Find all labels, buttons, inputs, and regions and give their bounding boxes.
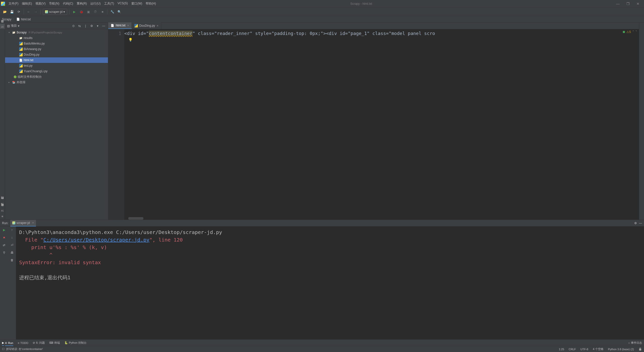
menu-view[interactable]: 视图(V) bbox=[34, 1, 47, 7]
code-content[interactable]: <div id="contentcontainer" class="reader… bbox=[124, 29, 639, 220]
hide-icon[interactable]: — bbox=[639, 221, 642, 225]
run-config-label: scraper-jd bbox=[49, 10, 62, 14]
show-tool-windows-icon[interactable]: ☐ bbox=[2, 347, 5, 351]
console-line: print u'%s : %s' % (k, v) bbox=[19, 244, 107, 250]
event-log[interactable]: ○ 事件日志 bbox=[628, 341, 642, 345]
encoding[interactable]: UTF-8 bbox=[580, 348, 588, 351]
tree-scratch[interactable]: 临时文件和控制台 bbox=[5, 74, 108, 80]
tree-folder-results[interactable]: results bbox=[5, 35, 108, 41]
tool-tab-todo[interactable]: ≡ TODO bbox=[18, 341, 28, 344]
debug-button[interactable]: 🐞 bbox=[78, 9, 84, 15]
chevron-down-icon[interactable]: ▾ bbox=[18, 24, 19, 28]
pycharm-icon bbox=[1, 2, 5, 6]
line-separator[interactable]: CRLF bbox=[569, 348, 576, 351]
window-title: Scrapy - html.txt bbox=[107, 2, 615, 6]
settings-icon[interactable]: 🔧 bbox=[109, 9, 115, 15]
inspection-indicators[interactable]: ⚠5 ˄ ˅ bbox=[623, 30, 637, 34]
menu-run[interactable]: 运行(U) bbox=[89, 1, 102, 7]
tree-file-baidu[interactable]: BaiduWenku.py bbox=[5, 41, 108, 46]
tool-tab-project[interactable]: 1: 项目 bbox=[0, 24, 5, 29]
minimize-button[interactable]: — bbox=[615, 2, 620, 6]
tool-tab-run[interactable]: ▶ 4: Run bbox=[2, 341, 13, 344]
expand-icon[interactable]: ▸ bbox=[9, 81, 11, 84]
open-icon[interactable]: 📂 bbox=[2, 9, 8, 15]
layout-button[interactable]: ⇄ bbox=[2, 243, 7, 248]
close-icon[interactable]: ✕ bbox=[32, 221, 34, 224]
coverage-button[interactable]: ▣ bbox=[86, 9, 91, 15]
collapse-icon[interactable]: ▾ bbox=[9, 31, 11, 34]
close-icon[interactable]: ✕ bbox=[127, 24, 129, 27]
close-button[interactable]: ✕ bbox=[635, 2, 640, 6]
save-icon[interactable]: 💾 bbox=[9, 9, 15, 15]
menu-edit[interactable]: 编辑(E) bbox=[20, 1, 33, 7]
gear-icon[interactable]: ⚙ bbox=[634, 221, 637, 225]
interpreter[interactable]: Python 3.8 (base) (2) bbox=[608, 348, 634, 351]
forward-icon[interactable]: → bbox=[33, 9, 38, 15]
cursor-position[interactable]: 1:25 bbox=[559, 348, 564, 351]
pin-button[interactable]: ⚲ bbox=[2, 250, 7, 255]
menu-code[interactable]: 代码(C) bbox=[61, 1, 75, 7]
select-opened-icon[interactable]: ⊙ bbox=[71, 24, 76, 28]
tab-douding[interactable]: DouDing.py ✕ bbox=[132, 22, 162, 29]
tool-tab-favorites[interactable]: 2: 收藏 bbox=[0, 208, 5, 213]
tree-file-htmltxt[interactable]: html.txt bbox=[5, 57, 108, 63]
chevron-down-icon[interactable]: ˅ bbox=[635, 30, 637, 34]
tree-root[interactable]: ▾ Scrapy F:\PycharmProjects\Scrapy bbox=[5, 30, 108, 35]
tool-tab-terminal[interactable]: ⌨ 终端 bbox=[49, 341, 60, 345]
console-output[interactable]: D:\Pyhton3\anaconda3\python.exe C:/Users… bbox=[16, 226, 644, 339]
indent[interactable]: 4 个空格 bbox=[593, 347, 603, 351]
stop-button[interactable]: ■ bbox=[100, 9, 105, 15]
breadcrumb-root[interactable]: Scrapy bbox=[2, 18, 11, 21]
run-config-selector[interactable]: scraper-jd ▾ bbox=[43, 9, 67, 15]
python-file-icon bbox=[19, 42, 23, 45]
tree-file-bianwang[interactable]: BiAnwang.py bbox=[5, 46, 108, 52]
menu-file[interactable]: 文件(F) bbox=[7, 1, 20, 7]
chevron-up-icon[interactable]: ˄ bbox=[632, 30, 634, 34]
maximize-button[interactable]: ❐ bbox=[625, 2, 630, 6]
horizontal-scrollbar[interactable] bbox=[128, 217, 143, 220]
tab-htmltxt[interactable]: html.txt ✕ bbox=[108, 22, 132, 29]
intention-bulb-icon[interactable]: 💡 bbox=[128, 38, 133, 42]
stop-button[interactable]: ■ bbox=[2, 235, 7, 240]
tree-file-douding[interactable]: DouDing.py bbox=[5, 52, 108, 57]
error-file-link[interactable]: C:/Users/user/Desktop/scraper-jd.py bbox=[43, 237, 149, 243]
gear-icon[interactable]: ⚙ bbox=[89, 24, 94, 28]
wrap-icon[interactable]: ⏎ bbox=[10, 243, 15, 248]
down-icon[interactable]: ↓ bbox=[10, 235, 15, 240]
tree-file-yuanchuang[interactable]: YuanChuangLi.py bbox=[5, 68, 108, 74]
editor-tabs: html.txt ✕ DouDing.py ✕ bbox=[108, 23, 639, 29]
tool-tab-problems[interactable]: ⊘ 6: 问题 bbox=[33, 341, 45, 345]
tool-tab-structure[interactable]: 7: 结构 bbox=[0, 201, 5, 206]
star-icon: ★ bbox=[1, 215, 4, 218]
lock-icon[interactable] bbox=[638, 347, 642, 351]
python-file-icon bbox=[19, 64, 23, 67]
project-panel-header: ▤ 项目 ▾ ⊙ ⇆ | ⚙ ▾ — bbox=[5, 23, 108, 29]
run-button[interactable]: ▶ bbox=[71, 9, 77, 15]
run-tab-scraperjd[interactable]: scraper-jd ✕ bbox=[10, 220, 36, 226]
console-line: 进程已结束,退出代码1 bbox=[19, 275, 70, 281]
trash-icon[interactable]: 🗑 bbox=[10, 258, 15, 263]
tool-tab-pyconsole[interactable]: 🐍 Python 控制台 bbox=[64, 341, 87, 345]
expand-all-icon[interactable]: ⇆ bbox=[77, 24, 82, 28]
run-label: Run: bbox=[2, 221, 8, 225]
print-icon[interactable]: 🖶 bbox=[10, 250, 15, 255]
project-tree[interactable]: ▾ Scrapy F:\PycharmProjects\Scrapy resul… bbox=[5, 29, 108, 220]
hide-icon[interactable]: — bbox=[101, 24, 106, 28]
run-tool-window: Run: scraper-jd ✕ ⚙ — ▶ ■ ⇄ ⚲ ↑ ↓ ⏎ 🖶 🗑 … bbox=[0, 220, 644, 339]
titlebar: 文件(F) 编辑(E) 视图(V) 导航(N) 代码(C) 重构(R) 运行(U… bbox=[0, 0, 644, 8]
tree-file-test[interactable]: test.py bbox=[5, 63, 108, 68]
chevron-down-icon[interactable]: ▾ bbox=[95, 24, 100, 28]
up-icon[interactable]: ↑ bbox=[10, 227, 15, 232]
code-editor[interactable]: 1 <div id="contentcontainer" class="read… bbox=[108, 29, 639, 220]
tree-external[interactable]: ▸ 外部库 bbox=[5, 80, 108, 85]
rerun-button[interactable]: ▶ bbox=[2, 227, 7, 232]
profile-button[interactable]: ⏱ bbox=[93, 9, 98, 15]
menu-refactor[interactable]: 重构(R) bbox=[75, 1, 89, 7]
reload-icon[interactable]: ⟳ bbox=[16, 9, 22, 15]
back-icon[interactable]: ← bbox=[26, 9, 31, 15]
search-icon[interactable]: 🔍 bbox=[116, 9, 122, 15]
breadcrumb-file[interactable]: html.txt bbox=[21, 18, 31, 21]
menu-navigate[interactable]: 导航(N) bbox=[48, 1, 61, 7]
breadcrumb: Scrapy 〉 html.txt bbox=[0, 16, 644, 23]
close-icon[interactable]: ✕ bbox=[156, 24, 158, 27]
